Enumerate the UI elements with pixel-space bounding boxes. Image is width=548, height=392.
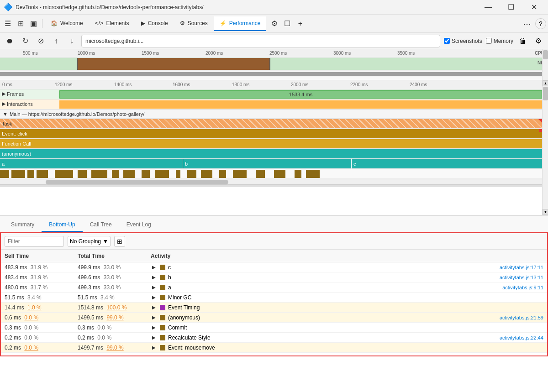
event-click-bar[interactable]: Event: click: [0, 129, 542, 138]
tab-bottom-up[interactable]: Bottom-Up: [42, 218, 82, 232]
small-bar-6[interactable]: [78, 170, 87, 178]
sidebar-toggle[interactable]: ☰: [2, 18, 14, 30]
scrollbar-thumb[interactable]: [46, 180, 228, 184]
self-time-cell: 483.4 ms 31.9 %: [1, 274, 74, 281]
b-bar[interactable]: b: [183, 159, 351, 168]
resize-handle[interactable]: · · · · ·: [0, 184, 542, 187]
scroll-down-button[interactable]: ▼: [543, 209, 548, 215]
small-bar-13[interactable]: [187, 170, 196, 178]
timeline-overview: 500 ms 1000 ms 1500 ms 2000 ms 2500 ms 3…: [0, 49, 548, 80]
main-expand-icon[interactable]: ▼: [3, 111, 8, 117]
memory-checkbox[interactable]: [486, 38, 492, 44]
help-button[interactable]: ?: [535, 18, 546, 29]
function-call-track: Function Call: [0, 139, 542, 149]
small-bar-4[interactable]: [37, 170, 48, 178]
task-label: Task: [2, 121, 12, 126]
cpu-selection[interactable]: [78, 58, 269, 70]
small-bar-3[interactable]: [27, 170, 34, 178]
overview-scrollbar[interactable]: [542, 49, 548, 80]
tab-performance[interactable]: ⚡ Performance: [214, 16, 266, 31]
c-bar[interactable]: c: [352, 159, 542, 168]
table-row: 483.4 ms 31.9 % 499.6 ms 33.0 % ▶ b acti…: [1, 272, 547, 282]
bottom-panel: Summary Bottom-Up Call Tree Event Log No…: [0, 215, 548, 356]
task-bar[interactable]: Task: [0, 119, 542, 128]
expand-button[interactable]: ▶: [151, 325, 157, 330]
expand-button[interactable]: ▶: [151, 275, 157, 280]
small-bar-16[interactable]: [233, 170, 247, 178]
interactions-track: ▶ Interactions: [0, 99, 542, 110]
expand-button[interactable]: ▶: [151, 285, 157, 290]
small-bar-12[interactable]: [176, 170, 180, 178]
small-bar-19[interactable]: [295, 170, 301, 178]
expand-button[interactable]: ▶: [151, 335, 157, 340]
activity-icon: [160, 315, 165, 320]
reload-button[interactable]: ↻: [19, 35, 31, 47]
dock-icon[interactable]: ☐: [281, 18, 293, 30]
horizontal-scrollbar[interactable]: [0, 179, 542, 184]
interactions-label[interactable]: ▶ Interactions: [2, 101, 33, 107]
ruler-1600ms: 1600 ms: [173, 82, 190, 87]
small-bar-5[interactable]: [55, 170, 73, 178]
activity-cell: ▶ Event Timing: [147, 304, 465, 311]
screenshots-checkbox-label[interactable]: Screenshots: [444, 38, 482, 44]
record-button[interactable]: ⏺: [4, 35, 16, 47]
function-call-bar[interactable]: Function Call: [0, 139, 542, 148]
small-bar-18[interactable]: [274, 170, 285, 178]
tab-call-tree[interactable]: Call Tree: [83, 218, 119, 232]
expand-button[interactable]: ▶: [151, 265, 157, 270]
minimize-button[interactable]: —: [478, 0, 499, 15]
expand-button[interactable]: ▶: [151, 345, 157, 350]
small-bar-9[interactable]: [123, 170, 135, 178]
scrollbar-thumb[interactable]: [543, 87, 548, 100]
tab-elements[interactable]: </> Elements: [90, 16, 135, 31]
tab-sources[interactable]: ⚙ Sources: [174, 16, 213, 31]
scrollbar-track[interactable]: [543, 86, 548, 209]
tab-event-log[interactable]: Event Log: [119, 218, 158, 232]
maximize-button[interactable]: ☐: [501, 0, 522, 15]
address-text: microsoftedge.github.i...: [85, 38, 436, 44]
tab-strip-toggle[interactable]: ⊞: [15, 18, 26, 30]
grouping-dropdown[interactable]: No Grouping ▼: [68, 236, 111, 247]
frames-label[interactable]: ▶ Frames: [2, 91, 24, 97]
left-handle[interactable]: [77, 58, 78, 70]
self-time-cell: 0.2 ms 0.0 %: [1, 345, 74, 351]
memory-checkbox-label[interactable]: Memory: [486, 38, 513, 44]
overview-scrollbar-thumb[interactable]: [543, 50, 548, 59]
scroll-up-button[interactable]: ▲: [543, 80, 548, 86]
delete-recording-button[interactable]: 🗑: [517, 35, 529, 47]
small-bar-17[interactable]: [256, 170, 265, 178]
right-handle[interactable]: [269, 58, 270, 70]
capture-settings-button[interactable]: ⚙: [532, 35, 544, 47]
tracks-scrollbar[interactable]: ▲ ▼: [542, 80, 548, 215]
split-toggle[interactable]: ▣: [27, 18, 39, 30]
new-tab-icon[interactable]: +: [294, 18, 306, 30]
small-bar-2[interactable]: [11, 170, 25, 178]
expand-button[interactable]: ▶: [151, 315, 157, 320]
small-bar-1[interactable]: [0, 170, 9, 178]
tab-console[interactable]: ▶ Console: [136, 16, 174, 31]
small-bar-8[interactable]: [112, 170, 119, 178]
event-click-label: Event: click: [2, 131, 27, 136]
small-bar-14[interactable]: [201, 170, 212, 178]
small-bar-10[interactable]: [142, 170, 150, 178]
clear-button[interactable]: ⊘: [35, 35, 47, 47]
settings-icon[interactable]: ⚙: [269, 18, 280, 30]
small-bar-15[interactable]: [219, 170, 226, 178]
performance-icon: ⚡: [220, 20, 227, 26]
filter-input[interactable]: [5, 236, 64, 247]
small-bar-7[interactable]: [91, 170, 107, 178]
a-bar[interactable]: a: [0, 159, 183, 168]
group-by-button[interactable]: ⊞: [114, 236, 125, 247]
expand-button[interactable]: ▶: [151, 295, 157, 300]
small-bar-11[interactable]: [155, 170, 169, 178]
expand-button[interactable]: ▶: [151, 305, 157, 310]
anonymous-bar[interactable]: (anonymous): [0, 149, 542, 158]
export-button[interactable]: ↓: [66, 35, 78, 47]
more-options-button[interactable]: ⋯: [520, 16, 534, 31]
small-bar-20[interactable]: [306, 170, 320, 178]
close-button[interactable]: ✕: [523, 0, 544, 15]
screenshots-checkbox[interactable]: [444, 38, 450, 44]
import-button[interactable]: ↑: [50, 35, 62, 47]
tab-welcome[interactable]: 🏠 Welcome: [45, 16, 89, 31]
tab-summary[interactable]: Summary: [4, 218, 42, 232]
